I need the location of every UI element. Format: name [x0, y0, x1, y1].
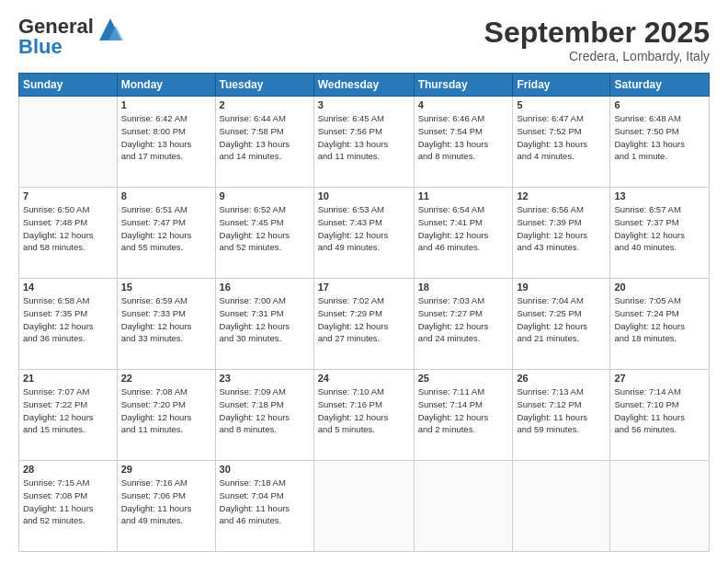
day-number: 24 — [318, 373, 410, 384]
day-info: Sunrise: 6:52 AM Sunset: 7:45 PM Dayligh… — [220, 203, 310, 254]
day-number: 28 — [23, 464, 113, 475]
calendar-cell: 7Sunrise: 6:50 AM Sunset: 7:48 PM Daylig… — [19, 188, 118, 279]
day-number: 3 — [318, 99, 410, 110]
week-row-4: 21Sunrise: 7:07 AM Sunset: 7:22 PM Dayli… — [19, 370, 710, 461]
calendar-cell: 10Sunrise: 6:53 AM Sunset: 7:43 PM Dayli… — [313, 188, 414, 279]
title-block: September 2025 Credera, Lombardy, Italy — [484, 17, 710, 63]
calendar-cell: 14Sunrise: 6:58 AM Sunset: 7:35 PM Dayli… — [19, 279, 118, 370]
day-number: 12 — [517, 190, 606, 201]
day-info: Sunrise: 6:50 AM Sunset: 7:48 PM Dayligh… — [23, 203, 113, 254]
day-info: Sunrise: 7:02 AM Sunset: 7:29 PM Dayligh… — [318, 294, 410, 345]
day-number: 1 — [121, 99, 211, 110]
day-info: Sunrise: 7:08 AM Sunset: 7:20 PM Dayligh… — [121, 385, 211, 436]
day-info: Sunrise: 6:45 AM Sunset: 7:56 PM Dayligh… — [318, 112, 410, 163]
day-info: Sunrise: 6:48 AM Sunset: 7:50 PM Dayligh… — [614, 112, 705, 163]
day-info: Sunrise: 6:53 AM Sunset: 7:43 PM Dayligh… — [318, 203, 410, 254]
day-info: Sunrise: 7:11 AM Sunset: 7:14 PM Dayligh… — [418, 385, 509, 436]
weekday-header-tuesday: Tuesday — [215, 74, 313, 97]
header: GeneralBlue September 2025 Credera, Lomb… — [18, 17, 710, 63]
logo-blue: Blue — [18, 35, 63, 58]
day-number: 4 — [418, 99, 509, 110]
calendar-page: GeneralBlue September 2025 Credera, Lomb… — [0, 0, 728, 563]
weekday-header-wednesday: Wednesday — [313, 74, 414, 97]
day-number: 26 — [517, 373, 606, 384]
weekday-header-row: SundayMondayTuesdayWednesdayThursdayFrid… — [19, 74, 710, 97]
day-number: 16 — [220, 282, 310, 293]
calendar-cell: 25Sunrise: 7:11 AM Sunset: 7:14 PM Dayli… — [414, 370, 513, 461]
calendar-cell — [19, 97, 118, 188]
calendar-cell: 5Sunrise: 6:47 AM Sunset: 7:52 PM Daylig… — [513, 97, 610, 188]
calendar-cell: 30Sunrise: 7:18 AM Sunset: 7:04 PM Dayli… — [215, 461, 313, 552]
logo-icon — [96, 15, 125, 44]
day-number: 25 — [418, 373, 509, 384]
day-number: 6 — [614, 99, 705, 110]
calendar-cell: 4Sunrise: 6:46 AM Sunset: 7:54 PM Daylig… — [414, 97, 513, 188]
day-number: 23 — [220, 373, 310, 384]
week-row-2: 7Sunrise: 6:50 AM Sunset: 7:48 PM Daylig… — [19, 188, 710, 279]
calendar-cell: 18Sunrise: 7:03 AM Sunset: 7:27 PM Dayli… — [414, 279, 513, 370]
weekday-header-saturday: Saturday — [610, 74, 710, 97]
day-info: Sunrise: 7:03 AM Sunset: 7:27 PM Dayligh… — [418, 294, 509, 345]
day-number: 15 — [121, 282, 211, 293]
calendar-cell: 1Sunrise: 6:42 AM Sunset: 8:00 PM Daylig… — [117, 97, 215, 188]
calendar-cell — [513, 461, 610, 552]
day-number: 13 — [614, 190, 705, 201]
week-row-1: 1Sunrise: 6:42 AM Sunset: 8:00 PM Daylig… — [19, 97, 710, 188]
calendar-cell: 27Sunrise: 7:14 AM Sunset: 7:10 PM Dayli… — [610, 370, 710, 461]
day-number: 17 — [318, 282, 410, 293]
week-row-5: 28Sunrise: 7:15 AM Sunset: 7:08 PM Dayli… — [19, 461, 710, 552]
logo: GeneralBlue — [18, 17, 125, 57]
day-number: 8 — [121, 190, 211, 201]
calendar-cell: 12Sunrise: 6:56 AM Sunset: 7:39 PM Dayli… — [513, 188, 610, 279]
calendar-cell: 24Sunrise: 7:10 AM Sunset: 7:16 PM Dayli… — [313, 370, 414, 461]
calendar-cell — [313, 461, 414, 552]
calendar-cell: 17Sunrise: 7:02 AM Sunset: 7:29 PM Dayli… — [313, 279, 414, 370]
day-info: Sunrise: 7:16 AM Sunset: 7:06 PM Dayligh… — [121, 477, 211, 527]
day-number: 5 — [517, 99, 606, 110]
day-info: Sunrise: 6:42 AM Sunset: 8:00 PM Dayligh… — [121, 112, 211, 163]
day-info: Sunrise: 6:46 AM Sunset: 7:54 PM Dayligh… — [418, 112, 509, 163]
day-info: Sunrise: 6:57 AM Sunset: 7:37 PM Dayligh… — [614, 203, 705, 254]
day-info: Sunrise: 7:04 AM Sunset: 7:25 PM Dayligh… — [517, 294, 606, 345]
logo-text: GeneralBlue — [18, 17, 94, 57]
calendar-cell: 29Sunrise: 7:16 AM Sunset: 7:06 PM Dayli… — [117, 461, 215, 552]
day-number: 19 — [517, 282, 606, 293]
day-info: Sunrise: 7:09 AM Sunset: 7:18 PM Dayligh… — [220, 385, 310, 436]
calendar-cell: 11Sunrise: 6:54 AM Sunset: 7:41 PM Dayli… — [414, 188, 513, 279]
calendar-cell: 19Sunrise: 7:04 AM Sunset: 7:25 PM Dayli… — [513, 279, 610, 370]
calendar-cell: 23Sunrise: 7:09 AM Sunset: 7:18 PM Dayli… — [215, 370, 313, 461]
calendar-cell: 8Sunrise: 6:51 AM Sunset: 7:47 PM Daylig… — [117, 188, 215, 279]
calendar-cell: 16Sunrise: 7:00 AM Sunset: 7:31 PM Dayli… — [215, 279, 313, 370]
location: Credera, Lombardy, Italy — [484, 49, 710, 63]
day-info: Sunrise: 7:07 AM Sunset: 7:22 PM Dayligh… — [23, 385, 113, 436]
day-number: 2 — [220, 99, 310, 110]
day-info: Sunrise: 6:47 AM Sunset: 7:52 PM Dayligh… — [517, 112, 606, 163]
day-number: 21 — [23, 373, 113, 384]
calendar-cell: 3Sunrise: 6:45 AM Sunset: 7:56 PM Daylig… — [313, 97, 414, 188]
day-number: 30 — [220, 464, 310, 475]
weekday-header-thursday: Thursday — [414, 74, 513, 97]
day-number: 18 — [418, 282, 509, 293]
day-info: Sunrise: 7:00 AM Sunset: 7:31 PM Dayligh… — [220, 294, 310, 345]
day-info: Sunrise: 6:59 AM Sunset: 7:33 PM Dayligh… — [121, 294, 211, 345]
calendar-cell: 6Sunrise: 6:48 AM Sunset: 7:50 PM Daylig… — [610, 97, 710, 188]
day-number: 22 — [121, 373, 211, 384]
calendar-cell: 22Sunrise: 7:08 AM Sunset: 7:20 PM Dayli… — [117, 370, 215, 461]
calendar-cell: 28Sunrise: 7:15 AM Sunset: 7:08 PM Dayli… — [19, 461, 118, 552]
calendar-cell: 2Sunrise: 6:44 AM Sunset: 7:58 PM Daylig… — [215, 97, 313, 188]
calendar-cell — [414, 461, 513, 552]
calendar-table: SundayMondayTuesdayWednesdayThursdayFrid… — [18, 73, 710, 552]
calendar-cell: 20Sunrise: 7:05 AM Sunset: 7:24 PM Dayli… — [610, 279, 710, 370]
day-number: 14 — [23, 282, 113, 293]
day-info: Sunrise: 7:10 AM Sunset: 7:16 PM Dayligh… — [318, 385, 410, 436]
day-info: Sunrise: 6:44 AM Sunset: 7:58 PM Dayligh… — [220, 112, 310, 163]
day-number: 27 — [614, 373, 705, 384]
day-number: 29 — [121, 464, 211, 475]
day-number: 10 — [318, 190, 410, 201]
day-number: 11 — [418, 190, 509, 201]
day-info: Sunrise: 6:58 AM Sunset: 7:35 PM Dayligh… — [23, 294, 113, 345]
day-info: Sunrise: 6:56 AM Sunset: 7:39 PM Dayligh… — [517, 203, 606, 254]
weekday-header-monday: Monday — [117, 74, 215, 97]
calendar-cell: 9Sunrise: 6:52 AM Sunset: 7:45 PM Daylig… — [215, 188, 313, 279]
calendar-cell: 21Sunrise: 7:07 AM Sunset: 7:22 PM Dayli… — [19, 370, 118, 461]
